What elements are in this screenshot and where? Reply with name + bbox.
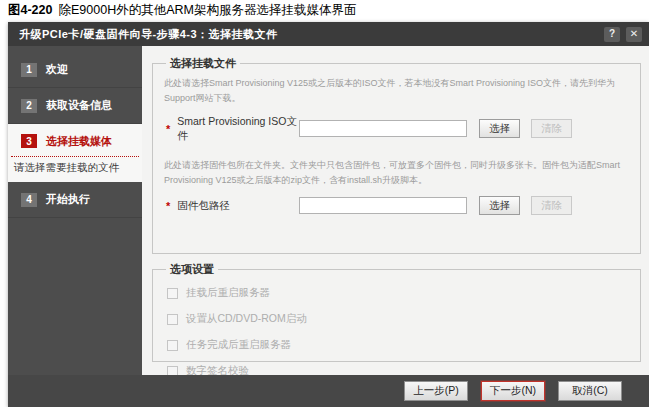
- figure-caption-text: 除E9000H外的其他ARM架构服务器选择挂载媒体界面: [58, 3, 356, 17]
- wizard-step-select-media-active: 3 选择挂载媒体 请选择需要挂载的文件: [8, 124, 142, 182]
- checkbox-icon: [167, 288, 178, 299]
- step-number-badge: 4: [21, 193, 37, 207]
- wizard-steps-sidebar: 1 欢迎 2 获取设备信息 3 选择挂载媒体 请选择需要挂载的文件 4: [8, 46, 142, 375]
- help-icon[interactable]: ?: [604, 27, 620, 42]
- required-asterisk: *: [166, 200, 170, 212]
- figure-caption: 图4-220除E9000H外的其他ARM架构服务器选择挂载媒体界面: [8, 2, 356, 19]
- step-label: 欢迎: [46, 62, 68, 77]
- checkbox-label: 任务完成后重启服务器: [186, 338, 291, 352]
- step-number-badge: 1: [21, 63, 37, 77]
- firmware-clear-button: 清除: [531, 196, 572, 215]
- figure-number: 图4-220: [8, 3, 52, 17]
- iso-file-field-row: * Smart Provisioning ISO文件 选择 清除: [164, 115, 629, 143]
- wizard-dialog: 升级PCIe卡/硬盘固件向导-步骤4-3：选择挂载文件 ? ✕ 1 欢迎 2 获…: [8, 22, 649, 407]
- checkbox-label: 挂载后重启服务器: [186, 286, 270, 300]
- firmware-path-field-row: * 固件包路径 选择 清除: [164, 196, 629, 215]
- options-section: 选项设置 挂载后重启服务器 设置从CD/DVD-ROM启动 任务完成后重启服务器: [152, 262, 641, 362]
- step-label: 获取设备信息: [46, 98, 112, 113]
- required-asterisk: *: [166, 123, 170, 135]
- step-sublabel: 请选择需要挂载的文件: [8, 157, 142, 182]
- checkbox-reboot-after-task: 任务完成后重启服务器: [167, 338, 629, 352]
- iso-file-label: Smart Provisioning ISO文件: [177, 115, 299, 143]
- options-section-title: 选项设置: [166, 262, 218, 277]
- main-content: 选择挂载文件 此处请选择Smart Provisioning V125或之后版本…: [142, 46, 649, 375]
- step-label: 开始执行: [46, 192, 90, 207]
- checkbox-icon: [167, 340, 178, 351]
- firmware-path-input[interactable]: [299, 197, 467, 214]
- iso-clear-button: 清除: [531, 119, 572, 138]
- firmware-select-button[interactable]: 选择: [479, 196, 520, 215]
- checkbox-label: 设置从CD/DVD-ROM启动: [186, 312, 307, 326]
- iso-description: 此处请选择Smart Provisioning V125或之后版本的ISO文件，…: [164, 76, 629, 107]
- wizard-step-select-media: 3 选择挂载媒体: [8, 124, 142, 154]
- next-button[interactable]: 下一步(N): [481, 381, 545, 401]
- firmware-description: 此处请选择固件包所在文件夹。文件夹中只包含固件包，可放置多个固件包，同时升级多张…: [164, 158, 629, 189]
- dialog-titlebar: 升级PCIe卡/硬盘固件向导-步骤4-3：选择挂载文件 ? ✕: [8, 22, 649, 46]
- checkbox-boot-from-cdrom: 设置从CD/DVD-ROM启动: [167, 312, 629, 326]
- page: 图4-220除E9000H外的其他ARM架构服务器选择挂载媒体界面 升级PCIe…: [0, 0, 649, 407]
- mount-file-section-title: 选择挂载文件: [166, 56, 240, 71]
- iso-select-button[interactable]: 选择: [479, 119, 520, 138]
- iso-file-input[interactable]: [299, 120, 467, 137]
- wizard-step-device-info: 2 获取设备信息: [8, 88, 142, 124]
- dialog-footer: 上一步(P) 下一步(N) 取消(C): [8, 375, 649, 407]
- close-icon[interactable]: ✕: [626, 27, 642, 42]
- dialog-title: 升级PCIe卡/硬盘固件向导-步骤4-3：选择挂载文件: [19, 27, 598, 42]
- dialog-body: 1 欢迎 2 获取设备信息 3 选择挂载媒体 请选择需要挂载的文件 4: [8, 46, 649, 375]
- step-number-badge: 3: [21, 134, 37, 148]
- cancel-button[interactable]: 取消(C): [558, 381, 622, 401]
- step-number-badge: 2: [21, 99, 37, 113]
- checkbox-icon: [167, 314, 178, 325]
- checkbox-reboot-after-mount: 挂载后重启服务器: [167, 286, 629, 300]
- mount-file-section: 选择挂载文件 此处请选择Smart Provisioning V125或之后版本…: [152, 56, 641, 254]
- firmware-path-label: 固件包路径: [177, 199, 299, 213]
- wizard-step-welcome: 1 欢迎: [8, 52, 142, 88]
- prev-button[interactable]: 上一步(P): [404, 381, 468, 401]
- step-label: 选择挂载媒体: [46, 134, 112, 149]
- wizard-step-execute: 4 开始执行: [8, 182, 142, 218]
